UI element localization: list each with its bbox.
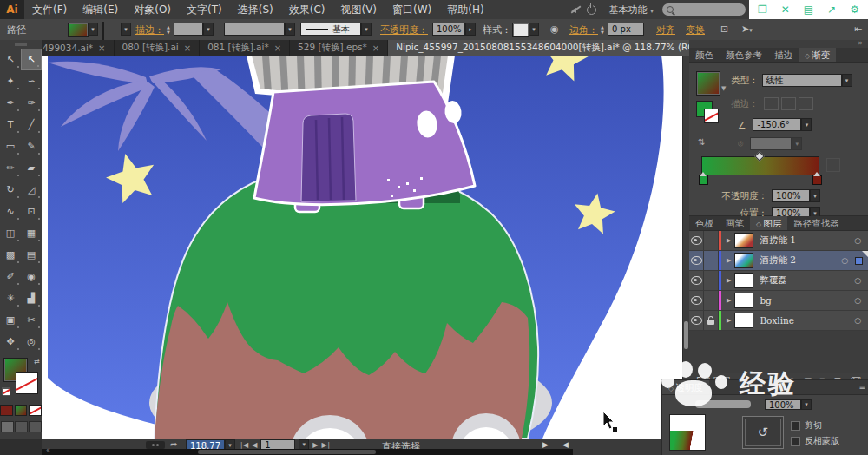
stroke-weight-dropdown-icon[interactable]: ▾ — [203, 23, 214, 36]
panel-tab[interactable]: 色板 — [689, 216, 720, 230]
rotate-tool[interactable]: ↻ — [0, 179, 21, 201]
stroke-weight-input[interactable] — [174, 23, 203, 36]
direct-selection-tool[interactable]: ↖ — [21, 49, 42, 70]
slice-tool[interactable]: ✂ — [21, 309, 42, 331]
target-circle-icon[interactable]: ○ — [854, 236, 861, 245]
menu-item[interactable]: 效果(C) — [281, 0, 333, 19]
save-icon[interactable]: ▤ — [804, 0, 813, 19]
menu-item[interactable]: 文字(T) — [179, 0, 230, 19]
panel-tab[interactable]: 颜色参考 — [720, 48, 768, 62]
lock-toggle[interactable] — [704, 311, 719, 330]
isolate-selection-icon[interactable]: ⊡ — [720, 23, 728, 35]
layer-thumbnail[interactable] — [734, 273, 753, 288]
corner-link[interactable]: 边角： — [569, 23, 598, 36]
line-segment-tool[interactable]: ╱ — [21, 114, 42, 135]
close-icon[interactable]: × — [184, 43, 191, 53]
type-tool[interactable]: T — [0, 114, 21, 135]
share-icon[interactable]: ↗ — [827, 0, 836, 19]
gradient-type-select[interactable]: 线性 — [762, 74, 842, 87]
opacity-mask-button[interactable]: ↺ — [742, 416, 784, 449]
align-link[interactable]: 对齐 — [656, 23, 675, 36]
style-dropdown-icon[interactable]: ▾ — [529, 23, 539, 36]
expand-arrow-icon[interactable]: ▶ — [727, 317, 731, 324]
tower-body-shape[interactable] — [254, 82, 475, 205]
layer-name[interactable]: Boxline — [760, 315, 854, 326]
stroke-color-swatch[interactable] — [102, 22, 104, 40]
lasso-tool[interactable]: ∽ — [21, 70, 42, 92]
canvas-artboard[interactable] — [42, 56, 682, 439]
dock-collapse-icon[interactable]: » — [858, 38, 863, 47]
expand-arrow-icon[interactable]: ▶ — [727, 237, 731, 244]
gradient-fill-stroke-icon[interactable] — [696, 101, 719, 123]
layer-row[interactable]: ▶ Boxline ○ — [689, 311, 868, 331]
next-artboard-icon[interactable]: ▶ — [312, 441, 318, 449]
gradient-swatch[interactable] — [696, 71, 720, 96]
target-circle-icon[interactable]: ○ — [841, 256, 848, 265]
draw-inside-icon[interactable] — [29, 421, 42, 432]
settings-gear-icon[interactable]: ⚙ — [850, 0, 859, 19]
free-transform-tool[interactable]: ⊡ — [21, 201, 42, 222]
visibility-toggle[interactable] — [689, 271, 704, 290]
layer-row[interactable]: ▶ bg ○ — [689, 291, 868, 311]
aspect-ratio-input[interactable] — [750, 137, 792, 150]
width-profile-select[interactable] — [224, 23, 285, 36]
menu-item[interactable]: 编辑(E) — [75, 0, 126, 19]
mute-speaker-icon[interactable] — [571, 5, 582, 14]
close-icon[interactable]: × — [98, 43, 105, 53]
vertical-scrollbar-thumb[interactable] — [684, 321, 688, 349]
gradient-button[interactable] — [15, 405, 28, 416]
menu-item[interactable]: 窗口(W) — [385, 0, 439, 19]
panel-tab[interactable]: 渐变 — [799, 48, 836, 62]
layer-thumbnail[interactable] — [734, 233, 753, 248]
scroll-left-icon[interactable]: ◀ — [562, 440, 569, 449]
document-tab[interactable]: 529 [转换].eps* × — [290, 40, 388, 56]
handoff-icon[interactable]: ➦ — [170, 439, 177, 449]
fullscreen-icon[interactable]: ✕ — [781, 0, 790, 19]
clip-checkbox[interactable]: 剪切 — [791, 419, 822, 432]
stroke-swatch[interactable] — [16, 372, 38, 394]
layer-row[interactable]: ▶ 酒捞能 1 ○ — [689, 231, 868, 251]
delete-stop-icon[interactable] — [826, 158, 840, 172]
reverse-gradient-icon[interactable]: ⇅ — [698, 137, 705, 147]
expand-arrow-icon[interactable]: ▶ — [727, 297, 731, 304]
lock-toggle[interactable] — [704, 231, 719, 250]
opacity-input[interactable]: 100% — [432, 23, 465, 36]
layer-row[interactable]: ▶ 弊覆磊 ○ — [689, 271, 868, 291]
gradient-swatch-caret-icon[interactable]: ▼ — [721, 85, 726, 92]
menu-item[interactable]: 选择(S) — [230, 0, 281, 19]
stroke-along-icon[interactable] — [781, 97, 796, 110]
graph-tool[interactable]: ▟ — [21, 287, 42, 309]
layer-name[interactable]: 酒捞能 1 — [760, 234, 854, 247]
gradient-angle-input[interactable]: -150.6° — [753, 118, 801, 131]
stroke-weight-stepper[interactable]: ▲▼ — [167, 23, 170, 36]
scrollbar-chevrons-icon[interactable]: « — [46, 446, 50, 454]
collapse-panel-icon[interactable]: ⇤ — [854, 23, 862, 35]
search-input[interactable] — [662, 3, 746, 16]
fill-dropdown-icon[interactable]: ▾ — [88, 23, 98, 36]
visibility-toggle[interactable] — [689, 251, 704, 270]
horizontal-scrollbar[interactable]: « — [42, 449, 573, 455]
layer-name[interactable]: 酒捞能 2 — [760, 254, 841, 267]
expand-arrow-icon[interactable]: ▶ — [727, 257, 731, 264]
transparency-panel-tab[interactable]: 透明度 — [662, 380, 709, 394]
panel-tab[interactable]: 颜色 — [689, 48, 720, 62]
selection-tool[interactable]: ↖ — [0, 49, 21, 70]
panel-tab[interactable]: 路径查找器 — [787, 216, 845, 230]
pencil-tool[interactable]: ✏ — [0, 157, 21, 179]
magic-wand-tool[interactable]: ✦ — [0, 70, 21, 92]
default-fill-stroke-icon[interactable] — [2, 387, 10, 396]
visibility-toggle[interactable] — [689, 291, 704, 310]
aspect-ratio-dropdown-icon[interactable]: ▾ — [792, 137, 802, 150]
curvature-tool[interactable]: ✑ — [21, 92, 42, 114]
draw-normal-icon[interactable] — [1, 421, 14, 432]
document-tab[interactable]: 081 [转换].ai* × — [200, 40, 290, 56]
document-tab[interactable]: 080 [转换].ai × — [115, 40, 201, 56]
gradient-type-dropdown-icon[interactable]: ▾ — [842, 74, 852, 87]
last-artboard-icon[interactable]: ▶∣ — [321, 441, 330, 449]
gradient-opacity-dropdown-icon[interactable]: ▾ — [810, 189, 820, 202]
object-thumbnail[interactable] — [669, 414, 706, 451]
fill-color-swatch[interactable] — [68, 23, 89, 37]
layer-thumbnail[interactable] — [734, 253, 753, 268]
menu-item[interactable]: 视图(V) — [332, 0, 385, 19]
rectangle-tool[interactable]: ▭ — [0, 135, 21, 157]
